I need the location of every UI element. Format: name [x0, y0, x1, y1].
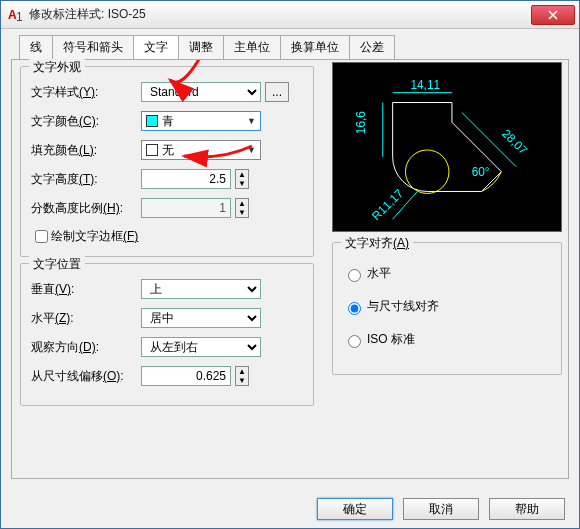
svg-point-2 [405, 150, 448, 193]
legend-position: 文字位置 [29, 256, 85, 273]
label-offset: 从尺寸线偏移(O): [31, 368, 141, 385]
help-button[interactable]: 帮助 [489, 498, 565, 520]
label-view-dir: 观察方向(D): [31, 339, 141, 356]
dialog-window: A10 修改标注样式: ISO-25 线 符号和箭头 文字 调整 主单位 换算单… [0, 0, 580, 529]
select-view-dir[interactable]: 从左到右 [141, 337, 261, 357]
cancel-button[interactable]: 取消 [403, 498, 479, 520]
chevron-down-icon[interactable]: ▼ [236, 179, 248, 188]
label-text-color: 文字颜色(C): [31, 113, 141, 130]
close-icon [548, 10, 558, 20]
checkbox-text-frame[interactable] [35, 230, 48, 243]
dim-left: 16,6 [354, 111, 368, 134]
label-align-horizontal: 水平 [367, 265, 391, 282]
app-icon: A10 [7, 7, 23, 23]
select-text-style[interactable]: Standard [141, 82, 261, 102]
spinner-fraction: ▲▼ [235, 198, 249, 218]
dim-top: 14,11 [410, 78, 440, 92]
group-text-appearance: 文字外观 文字样式(Y): Standard ... 文字颜色(C): 青 ▼ [20, 66, 314, 257]
tab-strip: 线 符号和箭头 文字 调整 主单位 换算单位 公差 [1, 29, 579, 59]
chevron-up-icon[interactable]: ▲ [236, 170, 248, 179]
tab-primary-units[interactable]: 主单位 [224, 35, 281, 59]
dim-angle: 60° [472, 165, 490, 179]
group-text-position: 文字位置 垂直(V): 上 水平(Z): 居中 观察方向(D): 从左到右 从尺… [20, 263, 314, 406]
input-text-height[interactable] [141, 169, 231, 189]
tab-fit[interactable]: 调整 [179, 35, 224, 59]
window-title: 修改标注样式: ISO-25 [29, 6, 531, 23]
input-fraction-scale [141, 198, 231, 218]
group-alignment: 文字对齐(A) 水平 与尺寸线对齐 ISO 标准 [332, 242, 562, 375]
tab-line[interactable]: 线 [19, 35, 53, 59]
browse-style-button[interactable]: ... [265, 82, 289, 102]
chevron-up-icon[interactable]: ▲ [236, 367, 248, 376]
dialog-footer: 确定 取消 帮助 [317, 498, 565, 520]
tab-text[interactable]: 文字 [134, 35, 179, 59]
titlebar: A10 修改标注样式: ISO-25 [1, 1, 579, 29]
radio-dimline[interactable] [348, 302, 361, 315]
svg-text:10: 10 [16, 10, 23, 23]
chevron-down-icon: ▼ [247, 145, 256, 155]
chevron-down-icon: ▼ [247, 116, 256, 126]
preview-pane: 14,11 16,6 28,07 R11,17 60° [332, 62, 562, 232]
select-horizontal[interactable]: 居中 [141, 308, 261, 328]
chevron-up-icon: ▲ [236, 199, 248, 208]
label-text-style: 文字样式(Y): [31, 84, 141, 101]
label-text-height: 文字高度(T): [31, 171, 141, 188]
label-fraction-scale: 分数高度比例(H): [31, 200, 141, 217]
dim-diag: 28,07 [499, 126, 530, 157]
tab-tolerance[interactable]: 公差 [350, 35, 395, 59]
input-offset[interactable] [141, 366, 231, 386]
color-swatch-icon [146, 115, 158, 127]
label-vertical: 垂直(V): [31, 281, 141, 298]
dim-radius: R11,17 [369, 186, 406, 223]
select-text-color[interactable]: 青 ▼ [141, 111, 261, 131]
tab-body: 文字外观 文字样式(Y): Standard ... 文字颜色(C): 青 ▼ [11, 59, 569, 479]
chevron-down-icon[interactable]: ▼ [236, 376, 248, 385]
close-button[interactable] [531, 5, 575, 25]
legend-alignment: 文字对齐(A) [341, 235, 413, 252]
label-fill-color: 填充颜色(L): [31, 142, 141, 159]
spinner-height[interactable]: ▲▼ [235, 169, 249, 189]
label-align-iso: ISO 标准 [367, 331, 415, 348]
ok-button[interactable]: 确定 [317, 498, 393, 520]
tab-symbols-arrows[interactable]: 符号和箭头 [53, 35, 134, 59]
tab-alt-units[interactable]: 换算单位 [281, 35, 350, 59]
select-fill-color[interactable]: 无 ▼ [141, 140, 261, 160]
legend-appearance: 文字外观 [29, 59, 85, 76]
fill-swatch-icon [146, 144, 158, 156]
chevron-down-icon: ▼ [236, 208, 248, 217]
select-vertical[interactable]: 上 [141, 279, 261, 299]
label-align-dimline: 与尺寸线对齐 [367, 298, 439, 315]
spinner-offset[interactable]: ▲▼ [235, 366, 249, 386]
label-text-frame: 绘制文字边框(F) [51, 228, 138, 245]
label-horizontal: 水平(Z): [31, 310, 141, 327]
radio-horizontal[interactable] [348, 269, 361, 282]
radio-iso[interactable] [348, 335, 361, 348]
